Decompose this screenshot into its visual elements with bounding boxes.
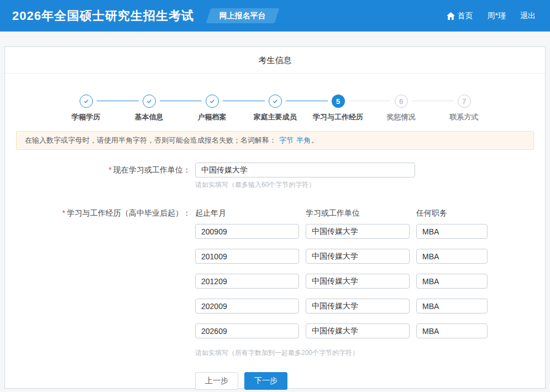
- step-label: 学习与工作经历: [307, 112, 370, 122]
- step-label: 基本信息: [118, 112, 181, 122]
- col-header-position: 任何职务: [416, 208, 447, 218]
- step-label: 家庭主要成员: [244, 112, 307, 122]
- step-item-jiangcheng: 6 奖惩情况: [370, 95, 433, 122]
- notice-text: 在输入数字或字母时，请使用半角字符，否则可能会造成报名失败；名词解释：: [25, 136, 276, 144]
- step-item-lianxi: 7 联系方式: [433, 95, 496, 122]
- col-header-period: 起止年月: [195, 208, 306, 218]
- platform-badge-label: 网上报名平台: [219, 11, 266, 21]
- experience-section: *学习与工作经历（高中毕业后起）： 起止年月 学习或工作单位 任何职务: [5, 206, 545, 390]
- experience-label: *学习与工作经历（高中毕业后起）：: [5, 206, 195, 218]
- experience-row-5: [195, 323, 488, 338]
- header-nav: 首页 周*瑾 退出: [447, 11, 536, 21]
- experience-columns-header: 起止年月 学习或工作单位 任何职务: [195, 206, 488, 218]
- unit-input-5[interactable]: [306, 323, 410, 338]
- unit-input-4[interactable]: [306, 299, 410, 313]
- prev-step-button[interactable]: 上一步: [195, 372, 238, 390]
- step-done-icon: [80, 95, 93, 108]
- step-item-xueji: 学籍学历: [55, 95, 118, 122]
- step-label: 户籍档案: [181, 112, 244, 122]
- home-link[interactable]: 首页: [447, 11, 473, 21]
- halfwidth-glossary-link[interactable]: 半角: [296, 136, 311, 144]
- period-input-4[interactable]: [195, 299, 299, 313]
- step-item-jingli-current: 5 学习与工作经历: [307, 95, 370, 122]
- step-number-badge: 5: [332, 95, 345, 108]
- platform-badge: 网上报名平台: [206, 8, 280, 23]
- required-asterisk: *: [62, 208, 65, 217]
- app-header: 2026年全国硕士研究生招生考试 网上报名平台 首页 周*瑾 退出: [0, 0, 550, 32]
- period-input-1[interactable]: [195, 224, 299, 239]
- position-input-5[interactable]: [416, 323, 488, 338]
- required-asterisk: *: [109, 165, 112, 174]
- experience-row-4: [195, 299, 488, 313]
- step-done-icon: [269, 95, 282, 108]
- next-step-button[interactable]: 下一步: [244, 372, 287, 390]
- experience-row-3: [195, 274, 488, 289]
- step-label: 奖惩情况: [370, 112, 433, 122]
- current-unit-hint: 请如实填写（最多输入60个字节的字符）: [195, 180, 415, 190]
- position-input-2[interactable]: [416, 249, 488, 264]
- home-link-label: 首页: [458, 11, 473, 21]
- step-item-jiben: 基本信息: [118, 95, 181, 122]
- position-input-1[interactable]: [416, 224, 488, 239]
- username: 周*瑾: [488, 11, 506, 21]
- current-unit-input[interactable]: [195, 163, 415, 177]
- step-item-huji: 户籍档案: [181, 95, 244, 122]
- logout-link[interactable]: 退出: [520, 11, 536, 21]
- experience-row-2: [195, 249, 488, 264]
- step-item-jiating: 家庭主要成员: [244, 95, 307, 122]
- period-input-3[interactable]: [195, 274, 299, 289]
- period-input-2[interactable]: [195, 249, 299, 264]
- current-unit-label: *现在学习或工作单位：: [5, 163, 195, 175]
- step-number-badge: 7: [458, 95, 471, 108]
- candidate-info-card: 考生信息 学籍学历 基本信息 户籍档案: [4, 46, 546, 389]
- unit-input-1[interactable]: [306, 224, 410, 239]
- position-input-4[interactable]: [416, 299, 488, 313]
- form-actions: 上一步 下一步: [195, 372, 488, 390]
- step-number-badge: 6: [395, 95, 408, 108]
- candidate-form: *现在学习或工作单位： 请如实填写（最多输入60个字节的字符） *学习与工作经历…: [5, 163, 545, 390]
- position-input-3[interactable]: [416, 274, 488, 289]
- experience-hint: 请如实填写（所有字数加到一起最多200个字节的字符）: [195, 348, 488, 358]
- unit-input-2[interactable]: [306, 249, 410, 264]
- step-done-icon: [206, 95, 219, 108]
- experience-row-1: [195, 224, 488, 239]
- stepper: 学籍学历 基本信息 户籍档案 家庭主要成员 5: [55, 95, 496, 122]
- period-input-5[interactable]: [195, 323, 299, 338]
- app-title: 2026年全国硕士研究生招生考试: [12, 8, 194, 24]
- notice-suffix: 。: [311, 136, 318, 144]
- page-title: 考生信息: [5, 47, 545, 74]
- col-header-unit: 学习或工作单位: [306, 208, 416, 218]
- home-icon: [447, 12, 455, 20]
- step-done-icon: [143, 95, 156, 108]
- unit-input-3[interactable]: [306, 274, 410, 289]
- current-unit-row: *现在学习或工作单位： 请如实填写（最多输入60个字节的字符）: [5, 163, 545, 190]
- byte-glossary-link[interactable]: 字节: [279, 136, 294, 144]
- step-label: 联系方式: [433, 112, 496, 122]
- step-label: 学籍学历: [55, 112, 118, 122]
- notice-bar: 在输入数字或字母时，请使用半角字符，否则可能会造成报名失败；名词解释：字节半角。: [16, 131, 534, 150]
